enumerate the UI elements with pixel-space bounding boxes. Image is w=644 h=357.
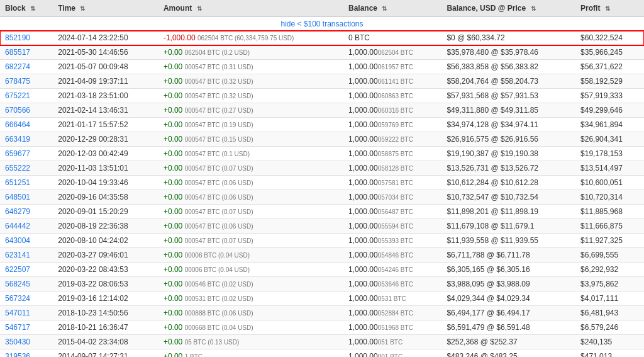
hide-transactions-link[interactable]: hide < $100 transactions — [280, 20, 363, 28]
amount-detail: 000546 BTC (0.02 USD) — [185, 281, 253, 288]
block-link[interactable]: 675221 — [5, 91, 30, 100]
amount-detail: 062504 BTC (0.2 USD) — [185, 49, 250, 56]
block-link[interactable]: 546717 — [5, 323, 30, 332]
block-link[interactable]: 670566 — [5, 106, 30, 115]
balance-detail: 053646 BTC — [378, 281, 413, 288]
table-row: 6855172021-05-30 14:46:56+0.00 062504 BT… — [0, 45, 644, 60]
block-link[interactable]: 547011 — [5, 309, 30, 317]
cell-balance: 1,000.00060316 BTC — [343, 103, 441, 118]
table-row: 6444422020-08-19 22:36:38+0.00 000547 BT… — [0, 219, 644, 234]
table-header-row: Block ⇅ Time ⇅ Amount ⇅ Balance ⇅ Balanc… — [0, 0, 644, 17]
block-link[interactable]: 648501 — [5, 193, 30, 201]
cell-time: 2015-04-02 23:34:08 — [53, 335, 158, 349]
table-row: 6552222020-11-03 13:51:01+0.00 000547 BT… — [0, 161, 644, 176]
cell-amount: +0.00 000547 BTC (0.06 USD) — [158, 219, 343, 234]
block-link[interactable]: 646279 — [5, 207, 30, 216]
sort-balance-icon: ⇅ — [382, 5, 387, 12]
cell-balance: 1,000.00054846 BTC — [343, 248, 441, 263]
cell-block: 546717 — [0, 320, 53, 335]
amount-value: -1,000.00 — [164, 33, 196, 42]
table-row: 6664642021-01-17 15:57:52+0.00 000547 BT… — [0, 118, 644, 132]
block-link[interactable]: 659677 — [5, 149, 30, 158]
amount-value: +0.00 — [164, 222, 182, 230]
balance-detail: 052884 BTC — [378, 310, 413, 317]
amount-value: +0.00 — [164, 294, 182, 303]
col-balance-usd[interactable]: Balance, USD @ Price ⇅ — [441, 0, 575, 17]
col-block[interactable]: Block ⇅ — [0, 0, 53, 17]
cell-time: 2021-04-09 19:37:11 — [53, 74, 158, 89]
block-link[interactable]: 651251 — [5, 178, 30, 187]
cell-balance-usd: $483,246 @ $483.25 — [441, 349, 575, 358]
cell-amount: +0.00 000546 BTC (0.02 USD) — [158, 277, 343, 292]
cell-amount: +0.00 000547 BTC (0.06 USD) — [158, 176, 343, 190]
block-link[interactable]: 644442 — [5, 222, 30, 230]
cell-profit: $11,666,875 — [575, 219, 644, 234]
cell-time: 2020-03-27 09:46:01 — [53, 248, 158, 263]
block-link[interactable]: 666464 — [5, 120, 30, 129]
col-balance[interactable]: Balance ⇅ — [343, 0, 441, 17]
cell-time: 2019-03-22 08:06:53 — [53, 277, 158, 292]
amount-detail: 000547 BTC (0.19 USD) — [185, 122, 253, 128]
col-profit[interactable]: Profit ⇅ — [575, 0, 644, 17]
balance-detail: 0531 BTC — [378, 295, 406, 302]
block-link[interactable]: 655222 — [5, 164, 30, 173]
cell-profit: $49,299,646 — [575, 103, 644, 118]
block-link[interactable]: 568245 — [5, 280, 30, 288]
balance-detail: 055393 BTC — [378, 237, 413, 244]
hide-transactions-row: hide < $100 transactions — [0, 17, 644, 31]
cell-time: 2020-09-16 04:35:58 — [53, 190, 158, 205]
table-row: 5467172018-10-21 16:36:47+0.00 000668 BT… — [0, 320, 644, 335]
cell-block: 651251 — [0, 176, 53, 190]
cell-balance: 1,000.00062504 BTC — [343, 45, 441, 60]
amount-detail: 000531 BTC (0.02 USD) — [185, 295, 253, 302]
cell-amount: +0.00 000547 BTC (0.15 USD) — [158, 132, 343, 147]
balance-detail: 058875 BTC — [378, 150, 413, 157]
block-link[interactable]: 623141 — [5, 251, 30, 259]
block-link[interactable]: 319536 — [5, 352, 30, 357]
block-link[interactable]: 663419 — [5, 135, 30, 144]
block-link[interactable]: 643004 — [5, 236, 30, 245]
balance-detail: 061141 BTC — [378, 78, 413, 85]
amount-detail: 00006 BTC (0.04 USD) — [185, 252, 250, 259]
amount-detail: 000547 BTC (0.31 USD) — [185, 64, 253, 71]
cell-block: 623141 — [0, 248, 53, 263]
block-link[interactable]: 852190 — [5, 33, 30, 42]
amount-value: +0.00 — [164, 164, 182, 173]
cell-amount: +0.00 000531 BTC (0.02 USD) — [158, 292, 343, 306]
cell-balance-usd: $56,383,858 @ $56,383.82 — [441, 60, 575, 74]
cell-time: 2014-09-07 14:27:31 — [53, 349, 158, 358]
block-link[interactable]: 622507 — [5, 265, 30, 274]
amount-value: +0.00 — [164, 178, 182, 187]
cell-balance-usd: $11,898,201 @ $11,898.19 — [441, 205, 575, 219]
cell-block: 567324 — [0, 292, 53, 306]
cell-balance-usd: $252,368 @ $252.37 — [441, 335, 575, 349]
block-link[interactable]: 567324 — [5, 294, 30, 303]
table-row: 6634192020-12-29 00:28:31+0.00 000547 BT… — [0, 132, 644, 147]
cell-block: 675221 — [0, 89, 53, 103]
cell-profit: $3,975,862 — [575, 277, 644, 292]
amount-detail: 000547 BTC (0.06 USD) — [185, 194, 253, 201]
cell-block: 682274 — [0, 60, 53, 74]
col-time[interactable]: Time ⇅ — [53, 0, 158, 17]
col-amount[interactable]: Amount ⇅ — [158, 0, 343, 17]
cell-amount: +0.00 000547 BTC (0.27 USD) — [158, 103, 343, 118]
cell-balance: 1,000.00051 BTC — [343, 335, 441, 349]
table-row: 6430042020-08-10 04:24:02+0.00 000547 BT… — [0, 234, 644, 248]
block-link[interactable]: 678475 — [5, 77, 30, 86]
cell-balance-usd: $6,711,788 @ $6,711.78 — [441, 248, 575, 263]
amount-value: +0.00 — [164, 193, 182, 201]
cell-amount: +0.00 000547 BTC (0.31 USD) — [158, 60, 343, 74]
amount-value: +0.00 — [164, 352, 182, 357]
cell-balance-usd: $6,494,177 @ $6,494.17 — [441, 306, 575, 320]
block-link[interactable]: 350430 — [5, 337, 30, 346]
cell-block: 646279 — [0, 205, 53, 219]
cell-balance: 0 BTC — [343, 31, 441, 45]
cell-balance-usd: $19,190,387 @ $19,190.38 — [441, 147, 575, 161]
amount-detail: 062504 BTC (60,334,759.75 USD) — [197, 35, 294, 42]
cell-amount: +0.00 00006 BTC (0.04 USD) — [158, 248, 343, 263]
block-link[interactable]: 682274 — [5, 62, 30, 71]
cell-balance-usd: $6,591,479 @ $6,591.48 — [441, 320, 575, 335]
cell-block: 666464 — [0, 118, 53, 132]
block-link[interactable]: 685517 — [5, 48, 30, 57]
cell-balance-usd: $6,305,165 @ $6,305.16 — [441, 263, 575, 277]
